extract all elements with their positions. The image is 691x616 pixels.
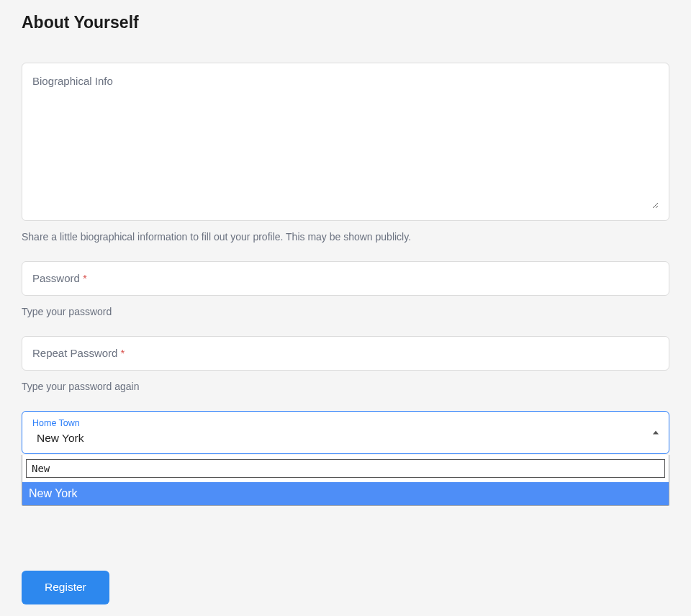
hometown-group: Home Town New York New York [22,411,669,506]
section-title: About Yourself [22,0,669,32]
password-required: * [83,272,87,284]
caret-up-icon [653,430,659,434]
password-help-text: Type your password [22,306,669,317]
hometown-selected-value: New York [32,429,659,446]
password-field[interactable]: Password * [22,261,669,296]
bio-field-wrap [22,63,669,221]
repeat-password-required: * [121,347,125,359]
repeat-password-group: Repeat Password * Type your password aga… [22,336,669,392]
password-label-text: Password [32,272,80,284]
repeat-password-help-text: Type your password again [22,381,669,392]
hometown-dropdown: New York [22,455,669,506]
bio-group: Share a little biographical information … [22,63,669,243]
hometown-label: Home Town [32,417,659,429]
repeat-password-label-text: Repeat Password [32,347,117,359]
bio-help-text: Share a little biographical information … [22,231,669,243]
hometown-option[interactable]: New York [22,482,669,505]
hometown-search-input[interactable] [26,459,665,478]
bio-textarea[interactable] [32,73,659,209]
dropdown-search-wrap [22,455,669,482]
password-group: Password * Type your password [22,261,669,317]
hometown-select[interactable]: Home Town New York [22,411,669,454]
repeat-password-field[interactable]: Repeat Password * [22,336,669,371]
register-button[interactable]: Register [22,571,109,604]
password-label: Password * [32,272,87,284]
repeat-password-label: Repeat Password * [32,347,125,359]
